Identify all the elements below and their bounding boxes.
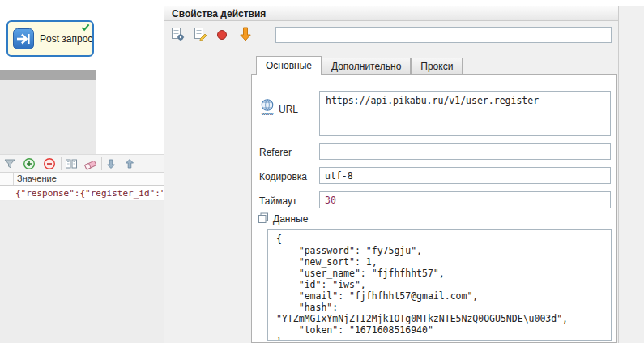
eraser-icon[interactable] [84, 157, 97, 170]
tab-additional[interactable]: Дополнительно [322, 58, 411, 74]
variables-toolbar [0, 154, 164, 173]
action-edit-icon[interactable] [193, 27, 207, 41]
www-globe-icon: www [259, 98, 275, 116]
grid-row[interactable]: {"response":{"register_id":"e83981" [0, 186, 164, 201]
node-label: Post запрос [40, 33, 92, 45]
top-strip [164, 0, 644, 6]
grid-column-divider [13, 173, 14, 185]
data-label: Данные [273, 213, 308, 225]
toolbar-separator [101, 157, 102, 170]
tab-additional-label: Дополнительно [331, 61, 401, 72]
copy-icon [258, 212, 269, 224]
referer-label: Referer [259, 147, 292, 158]
grid-header: Значение [0, 173, 164, 186]
panel-divider [164, 0, 164, 343]
properties-header: Свойства действия [164, 6, 618, 21]
post-request-icon [13, 28, 34, 49]
encoding-input[interactable] [319, 167, 611, 184]
filter-icon[interactable] [3, 157, 16, 170]
insert-variable-arrow-icon[interactable] [238, 26, 253, 42]
tab-proxy-label: Прокси [420, 61, 453, 72]
referer-input[interactable] [319, 143, 611, 160]
timeout-label: Таймаут [259, 195, 296, 207]
collapsed-panel-strip [0, 70, 96, 80]
encoding-label: Кодировка [259, 171, 307, 182]
tab-proxy[interactable]: Прокси [411, 58, 463, 74]
right-gutter [618, 6, 644, 343]
grid-row-value: {"response":{"register_id":"e83981" [15, 188, 163, 199]
svg-text:www: www [261, 110, 274, 116]
workspace-bottom-bg [0, 201, 164, 343]
record-icon[interactable] [215, 28, 228, 41]
toolbar-search-input[interactable] [275, 27, 612, 43]
check-icon [81, 23, 90, 32]
columns-icon[interactable] [65, 157, 78, 170]
move-down-icon[interactable] [104, 157, 117, 170]
app-window: Post запрос Зна [0, 0, 644, 343]
remove-icon[interactable] [43, 157, 56, 170]
add-icon[interactable] [23, 157, 36, 170]
url-label: URL [279, 104, 298, 115]
properties-title: Свойства действия [172, 8, 266, 19]
data-textarea[interactable]: { "password": "fy75gju", "new_sort": 1, … [267, 229, 612, 341]
post-request-node[interactable]: Post запрос [6, 20, 94, 57]
tab-main-label: Основные [266, 60, 312, 71]
workspace-panel-bg [0, 80, 96, 154]
url-input[interactable]: https://api.pikabu.ru/v1/user.register [319, 91, 611, 136]
toolbar-separator [61, 157, 62, 170]
grid-value-header: Значение [17, 174, 57, 183]
move-up-icon[interactable] [123, 157, 136, 170]
properties-tabs: Основные Дополнительно Прокси [256, 56, 463, 75]
action-settings-icon[interactable] [170, 27, 185, 41]
timeout-input[interactable] [319, 191, 611, 208]
tab-main[interactable]: Основные [256, 56, 322, 75]
